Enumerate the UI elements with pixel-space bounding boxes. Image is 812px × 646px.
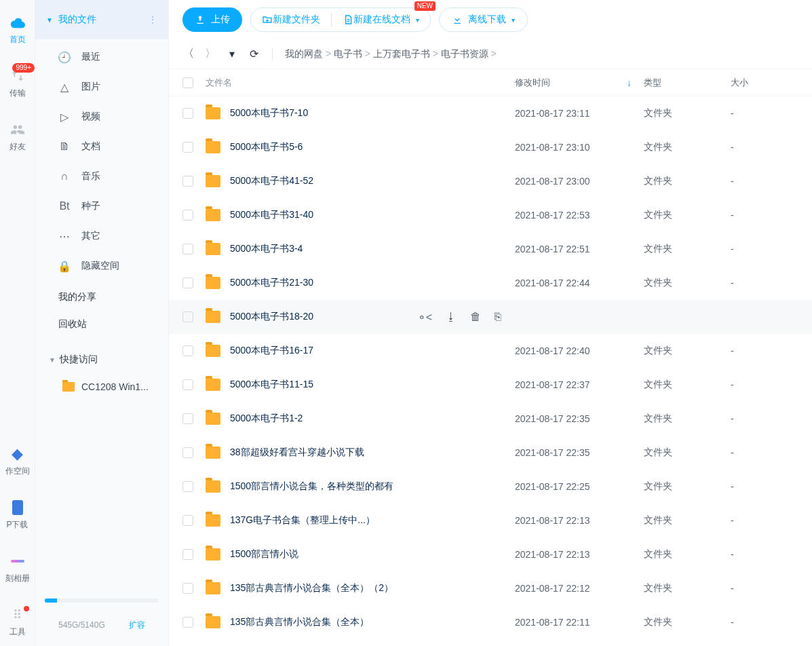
file-name: 5000本电子书21-30 xyxy=(230,277,313,289)
offline-download-button[interactable]: 离线下载 ▾ xyxy=(439,7,528,32)
vnav-home[interactable]: 首页 xyxy=(0,15,35,45)
table-row[interactable]: 5000本电子书3-42021-08-17 22:51文件夹- xyxy=(169,232,812,266)
sidebar-item-7[interactable]: 🔒隐藏空间 xyxy=(35,251,168,281)
table-row[interactable]: 5000本电子书7-102021-08-17 23:11文件夹- xyxy=(169,96,812,130)
newdoc-icon xyxy=(343,14,353,25)
sidebar-item-5[interactable]: Bt种子 xyxy=(35,191,168,221)
nav-forward[interactable]: 〉 xyxy=(204,47,216,61)
folder-icon xyxy=(206,107,220,119)
caret-down-icon: ▼ xyxy=(46,16,53,24)
th-name[interactable]: 文件名 xyxy=(206,77,515,89)
sidebar-item-label: 隐藏空间 xyxy=(81,260,119,272)
vnav-pdownload[interactable]: P下载 xyxy=(0,500,35,531)
file-type: 文件夹 xyxy=(644,446,731,459)
table-row[interactable]: 1500部言情小说合集，各种类型的都有2021-08-17 22:25文件夹- xyxy=(169,470,812,504)
crumb[interactable]: 电子书 xyxy=(334,48,362,59)
vnav-album[interactable]: 刻相册 xyxy=(0,554,35,584)
vnav-workspace[interactable]: ◆ 作空间 xyxy=(0,446,35,477)
upload-button[interactable]: 上传 xyxy=(182,7,242,32)
vnav-transfer[interactable]: 999+ 传输 xyxy=(0,69,35,99)
sidebar-item-3[interactable]: 🗎文档 xyxy=(35,132,168,162)
tools-icon: ⠿ xyxy=(10,607,25,622)
file-size: - xyxy=(731,210,798,221)
th-size[interactable]: 大小 xyxy=(731,77,798,89)
sidebar-item-1[interactable]: △图片 xyxy=(35,72,168,102)
storage-text: 545G/5140G xyxy=(58,620,105,630)
sidebar-quick-item[interactable]: CC1208 Win1... xyxy=(35,373,168,400)
delete-icon[interactable]: 🗑 xyxy=(470,311,481,324)
file-date: 2021-08-17 22:40 xyxy=(515,345,644,356)
table-row[interactable]: 5000本电子书5-62021-08-17 23:10文件夹- xyxy=(169,130,812,164)
newdoc-button[interactable]: NEW 新建在线文档 ▾ xyxy=(332,8,430,31)
file-date: 2021-08-17 23:00 xyxy=(515,176,644,187)
folder-icon xyxy=(206,209,220,221)
table-row[interactable]: 137G电子书合集（整理上传中...）2021-08-17 22:13文件夹- xyxy=(169,504,812,537)
table-row[interactable]: 5000本电子书41-522021-08-17 23:00文件夹- xyxy=(169,164,812,198)
table-row[interactable]: 5000本电子书11-152021-08-17 22:37文件夹- xyxy=(169,368,812,402)
file-type: 文件夹 xyxy=(644,243,731,255)
row-checkbox[interactable] xyxy=(182,108,193,119)
more-icon[interactable]: ⋮ xyxy=(148,14,159,25)
row-checkbox[interactable] xyxy=(182,210,193,221)
th-date[interactable]: 修改时间↓ xyxy=(515,77,644,89)
file-size: - xyxy=(731,481,798,492)
table-row[interactable]: 5000本电子书16-172021-08-17 22:40文件夹- xyxy=(169,334,812,368)
row-checkbox[interactable] xyxy=(182,583,193,594)
row-checkbox[interactable] xyxy=(182,244,193,254)
table-row[interactable]: 5000本电子书21-302021-08-17 22:44文件夹- xyxy=(169,266,812,300)
row-checkbox[interactable] xyxy=(182,142,193,153)
sidebar-item-2[interactable]: ▷视频 xyxy=(35,102,168,132)
table-row[interactable]: 5000本电子书18-20⚬<⭳🗑⎘ xyxy=(169,300,812,334)
file-date: 2021-08-17 22:13 xyxy=(515,515,644,526)
table-row[interactable]: 38部超级好看宫斗穿越小说下载2021-08-17 22:35文件夹- xyxy=(169,436,812,470)
sidebar-myshare[interactable]: 我的分享 xyxy=(35,284,168,311)
vnav-pdownload-label: P下载 xyxy=(6,519,28,531)
sidebar-myfiles[interactable]: ▼ 我的文件 ⋮ xyxy=(35,0,168,39)
row-checkbox[interactable] xyxy=(182,515,193,526)
sidebar-item-4[interactable]: ∩音乐 xyxy=(35,162,168,191)
file-date: 2021-08-17 23:11 xyxy=(515,108,644,119)
row-checkbox[interactable] xyxy=(182,176,193,187)
nav-dropdown[interactable]: ▾ xyxy=(226,48,238,60)
nav-refresh[interactable]: ⟳ xyxy=(248,48,260,60)
crumb[interactable]: 我的网盘 xyxy=(285,48,323,59)
row-checkbox[interactable] xyxy=(182,617,193,628)
download-icon[interactable]: ⭳ xyxy=(446,311,457,324)
file-date: 2021-08-17 22:12 xyxy=(515,583,644,594)
th-type[interactable]: 类型 xyxy=(644,77,731,89)
table-row[interactable]: 5000本电子书1-22021-08-17 22:35文件夹- xyxy=(169,402,812,436)
sidebar-item-6[interactable]: ⋯其它 xyxy=(35,221,168,251)
nav-back[interactable]: 〈 xyxy=(182,47,195,61)
newfolder-button[interactable]: 新建文件夹 xyxy=(251,8,331,31)
select-all-checkbox[interactable] xyxy=(182,77,193,88)
vnav-friends[interactable]: 好友 xyxy=(0,122,35,153)
sidebar-item-0[interactable]: 🕘最近 xyxy=(35,42,168,72)
row-checkbox[interactable] xyxy=(182,345,193,356)
table-row[interactable]: 5000本电子书31-402021-08-17 22:53文件夹- xyxy=(169,198,812,232)
rename-icon[interactable]: ⎘ xyxy=(495,311,501,324)
row-checkbox[interactable] xyxy=(182,413,193,424)
vnav-transfer-label: 传输 xyxy=(9,88,26,99)
crumb[interactable]: 电子书资源 xyxy=(441,48,488,59)
folder-icon xyxy=(206,480,220,493)
row-checkbox[interactable] xyxy=(182,278,193,288)
sidebar-myfiles-label: 我的文件 xyxy=(58,14,96,26)
row-checkbox[interactable] xyxy=(182,549,193,560)
sidebar-recycle[interactable]: 回收站 xyxy=(35,311,168,338)
row-checkbox[interactable] xyxy=(182,481,193,492)
row-checkbox[interactable] xyxy=(182,379,193,390)
sidebar-item-label: 最近 xyxy=(81,51,100,63)
upload-label: 上传 xyxy=(211,14,230,26)
tools-dot xyxy=(24,606,29,611)
crumb[interactable]: 上万套电子书 xyxy=(373,48,430,59)
table-row[interactable]: 1500部言情小说2021-08-17 22:13文件夹- xyxy=(169,537,812,571)
row-checkbox[interactable] xyxy=(182,447,193,458)
table-row[interactable]: 135部古典言情小说合集（全本）2021-08-17 22:11文件夹- xyxy=(169,605,812,639)
share-icon[interactable]: ⚬< xyxy=(417,311,432,324)
sidebar-quick[interactable]: ▼ 快捷访问 xyxy=(35,346,168,373)
expand-storage[interactable]: 扩容 xyxy=(129,620,145,631)
row-checkbox[interactable] xyxy=(182,311,193,322)
table-row[interactable]: 135部古典言情小说合集（全本）（2）2021-08-17 22:12文件夹- xyxy=(169,571,812,605)
vnav-tools[interactable]: ⠿ 工具 xyxy=(0,607,35,638)
file-size: - xyxy=(731,142,798,153)
